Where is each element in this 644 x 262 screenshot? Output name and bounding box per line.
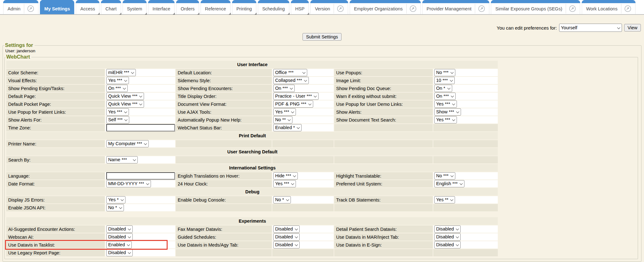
setting-value-cell: Enabled * (272, 124, 334, 131)
tab-reference[interactable]: Reference (201, 0, 230, 14)
external-link-icon[interactable]: ↗ (337, 5, 344, 12)
tab-version[interactable]: Version↗ (310, 0, 348, 14)
setting-select[interactable]: Disabled (106, 249, 133, 256)
setting-label: Document View Format: (176, 100, 272, 108)
setting-select[interactable]: Yes *** (434, 100, 457, 108)
setting-select[interactable]: Disabled (273, 241, 300, 248)
tab-my-settings[interactable]: My Settings (40, 0, 74, 14)
setting-select[interactable]: No *** (434, 172, 455, 179)
spacer-row (6, 212, 498, 217)
external-link-icon[interactable]: ↗ (569, 5, 576, 12)
setting-select[interactable]: Quick View *** (106, 93, 144, 100)
tab-system[interactable]: System (123, 0, 147, 14)
tab-provider-management[interactable]: Provider Management↗ (422, 0, 490, 14)
tab-orders[interactable]: Orders (176, 0, 199, 14)
setting-select[interactable]: Yes *** (273, 180, 296, 187)
setting-select[interactable]: Disabled (434, 233, 461, 241)
setting-select[interactable]: Yes ** (434, 196, 455, 203)
setting-select[interactable]: Quick View *** (106, 100, 144, 108)
setting-label: Enable JSON API: (6, 204, 105, 211)
setting-label: Enable Debug Console: (176, 196, 272, 203)
setting-select[interactable]: Yes *** (106, 108, 129, 116)
setting-select[interactable]: On *** (106, 85, 128, 92)
setting-value-cell: Yes *** (105, 108, 175, 116)
setting-select[interactable]: Disabled (106, 233, 133, 241)
tab-label: HSP (295, 6, 305, 11)
edit-preferences-label: You can edit preferences for: (497, 25, 557, 31)
setting-label: Default Pocket Page: (6, 100, 105, 108)
setting-select[interactable]: English *** (434, 180, 464, 187)
setting-select[interactable]: Disabled (106, 225, 133, 233)
setting-select[interactable]: Disabled (434, 241, 461, 248)
setting-select[interactable]: Yes *** (434, 116, 457, 123)
tab-scheduling[interactable]: Scheduling (258, 0, 289, 14)
setting-select[interactable]: 10 *** (434, 77, 455, 84)
setting-row: AI-Suggested Encounter Actions:DisabledF… (6, 225, 498, 233)
setting-select[interactable]: Show *** (434, 108, 461, 116)
setting-select[interactable]: Disabled (273, 225, 300, 233)
tab-similar-exposure-groups-segs[interactable]: Similar Exposure Groups (SEGs)↗ (491, 0, 580, 14)
tab-hsp[interactable]: HSP (291, 0, 309, 14)
setting-select[interactable]: PDF & PNG *** (273, 100, 313, 108)
setting-select[interactable]: Enabled (106, 241, 132, 248)
setting-value-cell: Yes *** (433, 116, 498, 123)
setting-select[interactable]: No * (106, 204, 124, 211)
tab-printing[interactable]: Printing (232, 0, 256, 14)
tab-chart[interactable]: Chart (101, 0, 121, 14)
view-button[interactable]: View (624, 24, 641, 31)
user-line: User: janderson (5, 48, 638, 53)
setting-row: Date Format:MM-DD-YYYY ***24 Hour Clock:… (6, 180, 498, 187)
setting-row: Visual Effects:Yes ***Sidemenu Style:Col… (6, 77, 498, 84)
setting-select[interactable]: Office *** (273, 69, 307, 76)
external-link-icon[interactable]: ↗ (625, 5, 631, 12)
setting-select[interactable]: Enabled * (273, 124, 302, 131)
setting-value-cell: On *** (433, 93, 498, 100)
submit-settings-button[interactable]: Submit Settings (303, 33, 341, 41)
section-header-row: User Interface (6, 61, 498, 68)
setting-label: Search By: (6, 156, 105, 163)
section-header-row: User Searching Default (6, 148, 498, 156)
setting-select[interactable]: On *** (434, 93, 456, 100)
setting-value-cell: English *** (433, 180, 498, 187)
setting-select[interactable]: Self *** (106, 116, 129, 123)
setting-label: Fax Manager Datavis: (176, 225, 272, 233)
setting-select[interactable]: Yes * (106, 196, 125, 203)
setting-select[interactable]: No *** (434, 69, 455, 76)
empty-cell (334, 140, 433, 147)
setting-select[interactable]: Collapsed *** (273, 77, 309, 84)
empty-cell (433, 140, 498, 147)
setting-value-cell: miEHR *** (105, 69, 175, 76)
empty-cell (272, 156, 334, 163)
tab-employer-organizations[interactable]: Employer Organizations↗ (350, 0, 421, 14)
setting-select[interactable]: No * (273, 196, 291, 203)
setting-select[interactable]: miEHR *** (106, 69, 136, 76)
setting-value-cell: Yes *** (272, 108, 334, 116)
setting-label: Sidemenu Style: (176, 77, 272, 84)
setting-label: Show Alerts: (334, 108, 433, 116)
tab-work-locations[interactable]: Work Locations↗ (582, 0, 636, 14)
setting-select[interactable]: On * (434, 85, 452, 92)
tab-label: Admin (8, 6, 20, 11)
tab-admin[interactable]: Admin↗ (3, 0, 38, 14)
external-link-icon[interactable]: ↗ (27, 5, 34, 12)
setting-select[interactable]: My Computer *** (106, 140, 149, 147)
tab-interface[interactable]: Interface (148, 0, 175, 14)
setting-select[interactable]: Name *** (106, 156, 138, 163)
setting-value-cell: Disabled (272, 233, 334, 241)
edit-preferences-select[interactable]: Yourself (559, 24, 622, 32)
text-input[interactable] (106, 124, 175, 131)
setting-select[interactable]: Hide *** (273, 172, 298, 179)
setting-select[interactable]: Disabled (273, 233, 300, 241)
text-input[interactable] (106, 172, 175, 179)
tab-access[interactable]: Access (76, 0, 99, 14)
setting-label: Warn if exiting without submit: (334, 93, 433, 100)
setting-select[interactable]: No ** (273, 116, 292, 123)
setting-select[interactable]: Yes *** (106, 77, 129, 84)
external-link-icon[interactable]: ↗ (478, 5, 485, 12)
setting-select[interactable]: On *** (273, 85, 295, 92)
setting-select[interactable]: Practice - User *** (273, 93, 319, 100)
external-link-icon[interactable]: ↗ (410, 5, 416, 12)
setting-select[interactable]: MM-DD-YYYY *** (106, 180, 151, 187)
setting-select[interactable]: Yes *** (273, 108, 296, 116)
setting-select[interactable]: Disabled (434, 225, 461, 233)
